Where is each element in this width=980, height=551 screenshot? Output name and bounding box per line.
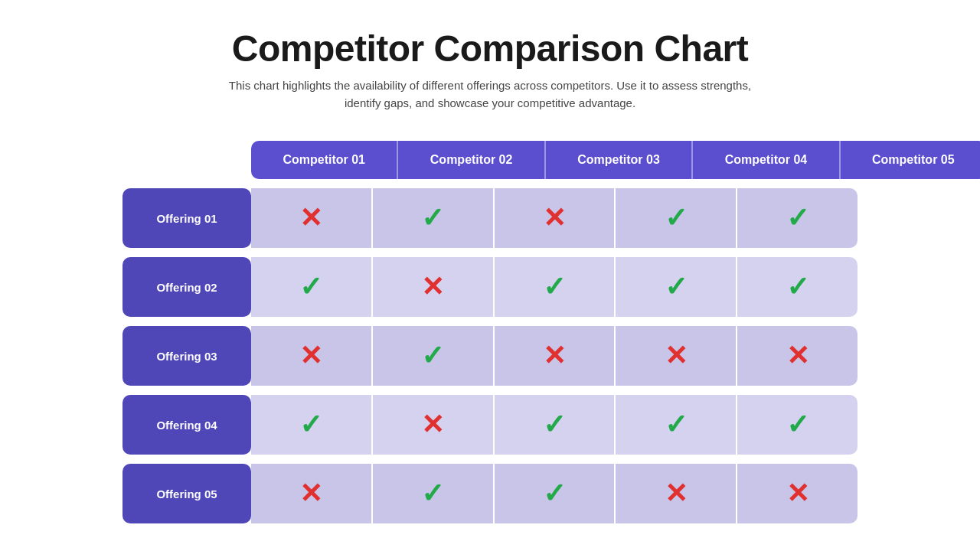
check-icon: ✓ <box>299 271 322 303</box>
row-cells-5: ✕✓✓✕✕ <box>251 464 858 523</box>
cross-icon: ✕ <box>299 202 322 234</box>
check-icon: ✓ <box>665 202 688 234</box>
cross-icon: ✕ <box>421 271 444 303</box>
cross-icon: ✕ <box>421 409 444 441</box>
row-cells-3: ✕✓✕✕✕ <box>251 326 858 386</box>
check-icon: ✓ <box>786 271 809 303</box>
header-row: Competitor 01 Competitor 02 Competitor 0… <box>251 141 980 179</box>
cell-r2-c3: ✓ <box>495 257 616 317</box>
competitor-header-4: Competitor 04 <box>693 141 840 179</box>
cross-icon: ✕ <box>665 340 688 372</box>
cross-icon: ✕ <box>543 202 566 234</box>
cross-icon: ✕ <box>665 478 688 510</box>
data-row-5: Offering 05✕✓✓✕✕ <box>122 464 858 523</box>
cell-r2-c5: ✓ <box>737 257 858 317</box>
cell-r5-c5: ✕ <box>737 464 858 523</box>
data-row-2: Offering 02✓✕✓✓✓ <box>122 257 858 317</box>
page-subtitle: This chart highlights the availability o… <box>222 77 758 112</box>
competitor-header-3: Competitor 03 <box>546 141 693 179</box>
row-cells-2: ✓✕✓✓✓ <box>251 257 858 317</box>
cell-r3-c5: ✕ <box>737 326 858 386</box>
cell-r1-c5: ✓ <box>737 188 858 248</box>
row-cells-1: ✕✓✕✓✓ <box>251 188 858 248</box>
cell-r1-c4: ✓ <box>616 188 737 248</box>
cell-r3-c1: ✕ <box>251 326 373 386</box>
competitor-header-1: Competitor 01 <box>251 141 398 179</box>
cross-icon: ✕ <box>786 340 809 372</box>
offering-label-3: Offering 03 <box>122 326 251 386</box>
cell-r5-c1: ✕ <box>251 464 373 523</box>
offering-label-2: Offering 02 <box>122 257 251 317</box>
check-icon: ✓ <box>786 202 809 234</box>
data-row-1: Offering 01✕✓✕✓✓ <box>122 188 858 248</box>
check-icon: ✓ <box>786 409 809 441</box>
check-icon: ✓ <box>299 409 322 441</box>
offering-label-5: Offering 05 <box>122 464 251 523</box>
cell-r3-c2: ✓ <box>373 326 495 386</box>
check-icon: ✓ <box>665 409 688 441</box>
cross-icon: ✕ <box>786 478 809 510</box>
cell-r4-c2: ✕ <box>373 395 495 455</box>
cross-icon: ✕ <box>543 340 566 372</box>
row-cells-4: ✓✕✓✓✓ <box>251 395 858 455</box>
offering-label-1: Offering 01 <box>122 188 251 248</box>
competitor-header-2: Competitor 02 <box>398 141 545 179</box>
check-icon: ✓ <box>543 409 566 441</box>
check-icon: ✓ <box>421 340 444 372</box>
data-row-3: Offering 03✕✓✕✕✕ <box>122 326 858 386</box>
check-icon: ✓ <box>421 478 444 510</box>
offering-label-4: Offering 04 <box>122 395 251 455</box>
cell-r2-c2: ✕ <box>373 257 495 317</box>
cell-r4-c4: ✓ <box>616 395 737 455</box>
cell-r5-c2: ✓ <box>373 464 495 523</box>
page-header: Competitor Comparison Chart This chart h… <box>222 28 758 112</box>
cell-r4-c1: ✓ <box>251 395 373 455</box>
cell-r1-c1: ✕ <box>251 188 373 248</box>
cell-r2-c4: ✓ <box>616 257 737 317</box>
cell-r3-c4: ✕ <box>616 326 737 386</box>
cell-r2-c1: ✓ <box>251 257 373 317</box>
cross-icon: ✕ <box>299 478 322 510</box>
cell-r5-c3: ✓ <box>495 464 616 523</box>
page-title: Competitor Comparison Chart <box>222 28 758 70</box>
check-icon: ✓ <box>543 478 566 510</box>
cell-r3-c3: ✕ <box>495 326 616 386</box>
check-icon: ✓ <box>421 202 444 234</box>
check-icon: ✓ <box>665 271 688 303</box>
cell-r4-c3: ✓ <box>495 395 616 455</box>
cell-r5-c4: ✕ <box>616 464 737 523</box>
cell-r1-c3: ✕ <box>495 188 616 248</box>
cell-r1-c2: ✓ <box>373 188 495 248</box>
chart-container: Competitor 01 Competitor 02 Competitor 0… <box>122 141 858 523</box>
cross-icon: ✕ <box>299 340 322 372</box>
check-icon: ✓ <box>543 271 566 303</box>
competitor-header-5: Competitor 05 <box>841 141 980 179</box>
cell-r4-c5: ✓ <box>737 395 858 455</box>
data-row-4: Offering 04✓✕✓✓✓ <box>122 395 858 455</box>
